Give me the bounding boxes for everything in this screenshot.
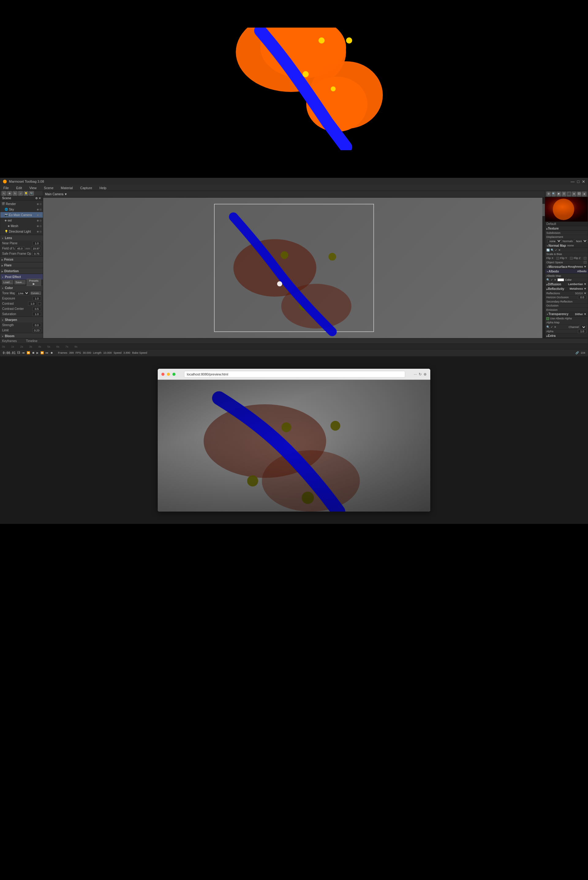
dither-label[interactable]: Dither ▼ [575, 313, 586, 316]
browser-menu[interactable]: ··· [414, 372, 417, 376]
metalness-label[interactable]: Metalness ▼ [570, 287, 586, 290]
curves-button[interactable]: Curves... [31, 292, 41, 295]
normal-icon-x[interactable]: ✕ [558, 248, 561, 252]
rt-icon1[interactable]: ⚙ [546, 191, 551, 197]
bake-icon[interactable]: 🔗 [576, 351, 579, 354]
browser-refresh[interactable]: ↻ [418, 372, 422, 376]
saturation-input[interactable] [33, 312, 41, 316]
roughness-dropdown[interactable]: Roughness ▼ [568, 265, 586, 268]
browser-minimize-dot[interactable] [167, 373, 170, 376]
albedo-icon-check[interactable]: ✓ [550, 278, 553, 281]
scene-item-light[interactable]: 💡 Directional Light ◉ ◎ [0, 229, 43, 234]
sharpen-limit-input[interactable] [33, 328, 41, 332]
prev-frame-button[interactable]: ⏪ [27, 351, 30, 354]
use-albedo-alpha-check[interactable] [546, 317, 549, 320]
tool-select[interactable]: ↖ [2, 191, 6, 196]
viewport-scrollbar[interactable] [542, 198, 545, 338]
menu-view[interactable]: View [28, 186, 39, 190]
timeline-tab[interactable]: Timeline [26, 339, 38, 343]
alpha-input[interactable] [578, 329, 586, 333]
stop-button[interactable]: ⏹ [32, 351, 34, 354]
menu-edit[interactable]: Edit [14, 186, 24, 190]
viewport-canvas[interactable] [43, 198, 545, 338]
sggx-label[interactable]: SGGX ▼ [575, 292, 586, 295]
browser-address-bar[interactable]: localhost:8080/preview.html [184, 371, 405, 378]
bloom-header[interactable]: Bloom [0, 333, 43, 338]
rt-icon4[interactable]: ☰ [562, 191, 566, 197]
albedo-icon-search[interactable]: 🔍 [546, 278, 550, 281]
horizon-occ-input[interactable] [578, 295, 586, 299]
extra-header[interactable]: Extra [545, 334, 588, 338]
object-space-checkbox[interactable] [584, 261, 586, 263]
menu-help[interactable]: Help [98, 186, 108, 190]
contrast-input[interactable] [28, 302, 37, 305]
alpha-icon-x[interactable]: ✕ [554, 325, 556, 329]
rt-icon5[interactable]: ⬛ [567, 191, 572, 197]
browser-maximize-dot[interactable] [172, 373, 176, 376]
next-key-button[interactable]: ⏭ [46, 351, 48, 354]
lens-header[interactable]: Lens [0, 235, 43, 241]
rt-icon2[interactable]: 🔍 [552, 191, 556, 197]
play-icon[interactable]: 🎞 [18, 351, 20, 354]
browser-share[interactable]: ⊕ [423, 372, 427, 376]
texture-section-header[interactable]: Texture [545, 226, 588, 231]
reflectivity-header[interactable]: Reflectivity Metalness ▼ [545, 287, 588, 291]
flare-header[interactable]: Flare [0, 262, 43, 268]
rt-icon6[interactable]: ⊕ [572, 191, 576, 197]
window-controls[interactable]: — □ ✕ [570, 179, 585, 184]
menu-capture[interactable]: Capture [78, 186, 94, 190]
scene-item-mesh[interactable]: ◈ Mesh ◉ ◎ [0, 223, 43, 229]
presets-button[interactable]: Presets ▶ [27, 278, 41, 286]
contrast-center-input[interactable] [33, 307, 41, 311]
lambertian-label[interactable]: Lambertian ▼ [568, 283, 586, 286]
minimize-button[interactable]: — [570, 179, 574, 184]
maximize-button[interactable]: □ [577, 179, 579, 184]
color-header[interactable]: Color [0, 285, 43, 290]
scrollbar-thumb[interactable] [542, 204, 545, 216]
viewport-tab[interactable]: Main Camera ▼ [45, 193, 68, 196]
normals-select[interactable]: Normals [574, 239, 588, 243]
browser-content[interactable] [158, 380, 430, 511]
rt-icon7[interactable]: 🎞 [577, 191, 582, 197]
fov-input[interactable] [16, 247, 24, 250]
contrast-check[interactable] [38, 302, 41, 305]
flip-z-checkbox[interactable] [584, 257, 586, 260]
exposure-input[interactable] [33, 296, 41, 300]
normal-icon-search[interactable]: 🔍 [550, 248, 554, 252]
menu-file[interactable]: File [2, 186, 11, 190]
near-plane-input[interactable] [33, 241, 41, 245]
distortion-header[interactable]: Distortion [0, 268, 43, 274]
sharpen-strength-input[interactable] [33, 323, 41, 327]
transparency-header[interactable]: Transparency Dither ▼ [545, 312, 588, 317]
normal-icon-refresh[interactable]: 🔄 [546, 248, 550, 252]
keyframes-tab[interactable]: Keyframes [2, 339, 17, 343]
scene-item-camera[interactable]: 📷 Eo Main Camera ◉ ◎ [0, 212, 43, 218]
browser-close-dot[interactable] [161, 373, 165, 376]
tool-light[interactable]: 💡 [24, 191, 28, 196]
close-button[interactable]: ✕ [582, 179, 585, 184]
alpha-icon-check[interactable]: ✓ [550, 325, 553, 329]
record-button[interactable]: ⏺ [50, 351, 53, 354]
rt-icon8[interactable]: ◈ [582, 191, 586, 197]
tool-rotate[interactable]: ↻ [12, 191, 18, 196]
sharpen-header[interactable]: Sharpen [0, 317, 43, 322]
albedo-icon-x[interactable]: ✕ [554, 278, 556, 281]
prev-key-button[interactable]: ⏮ [22, 351, 25, 354]
menu-scene[interactable]: Scene [42, 186, 55, 190]
tool-scale[interactable]: ⤢ [18, 191, 23, 196]
microsurface-header[interactable]: Microsurface Roughness ▼ [545, 265, 588, 269]
alpha-icon-search[interactable]: 🔍 [546, 325, 550, 329]
albedo-color[interactable] [557, 278, 564, 281]
scene-item-eel[interactable]: ◈ eel ◉ ◎ [0, 218, 43, 223]
flip-y-checkbox[interactable] [570, 257, 573, 260]
viewport[interactable]: Main Camera ▼ [43, 191, 545, 338]
frame-opacity-input[interactable] [33, 252, 41, 256]
normal-icon-check[interactable]: ✓ [555, 248, 557, 252]
rt-icon3[interactable]: ◩ [556, 191, 561, 197]
focus-header[interactable]: Focus [0, 257, 43, 262]
flip-x-checkbox[interactable] [556, 257, 559, 260]
tool-move[interactable]: ✥ [7, 191, 12, 196]
save-button[interactable]: Save... [14, 280, 26, 284]
play-button[interactable]: ▶ [36, 351, 39, 354]
menu-material[interactable]: Material [59, 186, 75, 190]
